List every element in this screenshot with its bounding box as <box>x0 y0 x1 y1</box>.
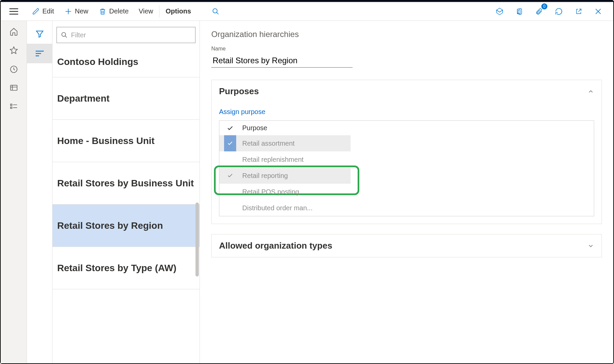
delete-label: Delete <box>109 7 129 15</box>
allowed-types-fasttab: Allowed organization types <box>211 234 602 257</box>
options-label: Options <box>166 7 191 15</box>
action-bar: Edit New Delete View Options <box>1 2 613 21</box>
detail-pane: Organization hierarchies Name Purposes A… <box>200 21 613 363</box>
hamburger-menu-button[interactable] <box>7 5 21 17</box>
view-label: View <box>139 7 153 15</box>
assign-purpose-link[interactable]: Assign purpose <box>219 106 265 120</box>
close-button[interactable] <box>591 5 605 18</box>
workspaces-icon[interactable] <box>9 83 19 93</box>
svg-point-0 <box>213 8 217 13</box>
purposes-title: Purposes <box>219 86 259 97</box>
purpose-row-label: Retail assortment <box>242 140 351 147</box>
search-action-button[interactable] <box>209 5 222 18</box>
search-icon <box>61 32 68 38</box>
purpose-grid: Purpose Retail assortment Retail repleni… <box>219 120 594 216</box>
purpose-row[interactable]: Retail POS posting <box>219 184 594 200</box>
nav-rail <box>1 21 27 363</box>
purpose-row[interactable]: Retail reporting <box>219 168 351 184</box>
new-button[interactable]: New <box>59 2 94 21</box>
hierarchy-item-label: Department <box>57 93 110 104</box>
edit-button[interactable]: Edit <box>27 2 59 21</box>
empty-check <box>224 184 236 200</box>
home-icon[interactable] <box>9 27 19 36</box>
check-icon <box>224 168 236 184</box>
view-button[interactable]: View <box>134 2 158 21</box>
pencil-icon <box>32 8 40 15</box>
sort-list-icon[interactable] <box>27 44 52 63</box>
plus-icon <box>65 8 72 15</box>
purposes-fasttab: Purposes Assign purpose Purpose <box>211 80 602 224</box>
trash-icon <box>99 8 106 15</box>
name-field-label: Name <box>211 46 602 52</box>
hierarchy-item[interactable]: Home - Business Unit <box>52 120 200 162</box>
svg-rect-4 <box>10 107 12 108</box>
chevron-up-icon <box>587 88 594 95</box>
purpose-row[interactable]: Distributed order man... <box>219 200 594 216</box>
chevron-down-icon <box>587 243 594 249</box>
hierarchy-item-label: Retail Stores by Type (AW) <box>57 263 176 274</box>
hierarchy-item-label: Retail Stores by Business Unit <box>57 178 194 189</box>
attachments-count-badge: 0 <box>541 3 547 9</box>
hierarchy-item-label: Contoso Holdings <box>57 57 138 67</box>
filter-box[interactable] <box>57 27 195 43</box>
purpose-row-label: Distributed order man... <box>242 204 594 212</box>
filter-input[interactable] <box>71 31 191 39</box>
edit-label: Edit <box>42 7 54 15</box>
allowed-types-title: Allowed organization types <box>219 241 332 251</box>
purposes-header[interactable]: Purposes <box>212 80 602 103</box>
favorites-star-icon[interactable] <box>9 46 19 55</box>
purpose-column-header[interactable]: Purpose <box>242 124 589 132</box>
new-label: New <box>75 7 88 15</box>
hierarchy-item-label: Home - Business Unit <box>57 136 154 146</box>
options-button[interactable]: Options <box>161 2 196 21</box>
purpose-row[interactable]: Retail replenishment <box>219 151 594 168</box>
separator <box>159 5 159 17</box>
empty-check <box>224 151 236 168</box>
svg-rect-3 <box>10 104 12 105</box>
modules-icon[interactable] <box>9 102 19 112</box>
purpose-grid-header: Purpose <box>219 121 594 135</box>
hierarchy-item[interactable]: Contoso Holdings <box>52 46 200 77</box>
delete-button[interactable]: Delete <box>94 2 134 21</box>
check-icon <box>224 135 236 151</box>
hierarchy-list-pane: Contoso Holdings Department Home - Busin… <box>52 21 200 363</box>
refresh-button[interactable] <box>551 5 566 18</box>
popout-button[interactable] <box>572 5 586 18</box>
hierarchy-item[interactable]: Department <box>52 77 200 120</box>
purpose-row-label: Retail POS posting <box>242 188 594 196</box>
name-input[interactable] <box>211 54 353 68</box>
allowed-types-header[interactable]: Allowed organization types <box>212 234 602 257</box>
empty-check <box>224 200 236 216</box>
check-column-icon[interactable] <box>224 125 236 132</box>
hierarchy-item-label: Retail Stores by Region <box>57 220 163 231</box>
office-icon-button[interactable] <box>512 5 527 18</box>
filter-rail <box>27 21 52 363</box>
hierarchy-item-selected[interactable]: Retail Stores by Region <box>52 205 200 247</box>
svg-rect-2 <box>10 85 17 90</box>
recent-clock-icon[interactable] <box>9 65 19 74</box>
scrollbar-thumb[interactable] <box>195 203 199 277</box>
filter-funnel-icon[interactable] <box>27 24 52 44</box>
dynamics-icon-button[interactable] <box>492 5 507 18</box>
page-title: Organization hierarchies <box>211 30 602 39</box>
hierarchy-item[interactable]: Retail Stores by Type (AW) <box>52 247 200 289</box>
purpose-row-label: Retail replenishment <box>242 156 594 163</box>
svg-point-5 <box>62 33 66 37</box>
purpose-row-label: Retail reporting <box>242 172 351 180</box>
purpose-row[interactable]: Retail assortment <box>219 135 351 151</box>
hierarchy-item[interactable]: Retail Stores by Business Unit <box>52 162 200 205</box>
